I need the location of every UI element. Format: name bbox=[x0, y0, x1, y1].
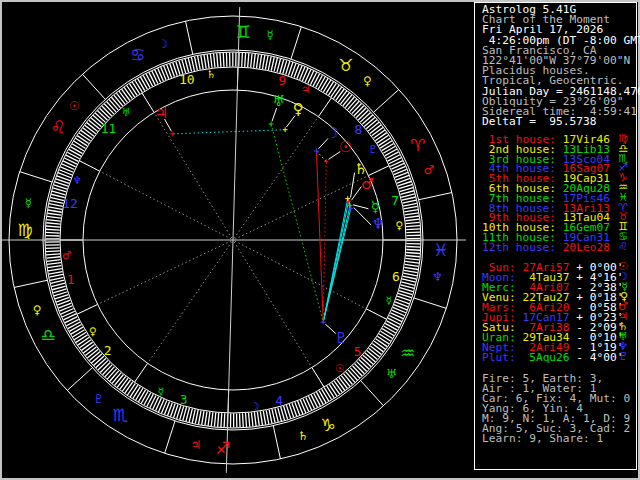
house-ruler-icon: ♀ bbox=[89, 325, 97, 337]
house-number-9: 9 bbox=[278, 73, 286, 88]
sign-glyph-gemini-icon: ♊ bbox=[235, 22, 250, 42]
aspect-line-sextile-saturn-pluto bbox=[323, 199, 348, 323]
chart-wheel: ♈♂♉♀♊☿♋☽♌☉♍☿♎♀♏♇♐♃♑♄♒♅♓♆1♂2♀3☿4☽5☉6☿7♀8♇… bbox=[0, 0, 474, 480]
planet-pointer-line bbox=[353, 205, 368, 209]
aspect-line-sextile-venus-jupiter bbox=[173, 130, 285, 134]
planet-position-mark-pluto bbox=[321, 320, 326, 325]
house-ruler-icon: ☿ bbox=[157, 385, 163, 397]
sign-boundary-line bbox=[273, 426, 280, 459]
house-number-2: 2 bbox=[104, 343, 112, 358]
house-number-6: 6 bbox=[392, 269, 400, 284]
house-ruler-icon: ☿ bbox=[386, 294, 392, 306]
planet-position-mark-saturn bbox=[345, 196, 350, 201]
sign-boundary-line bbox=[14, 280, 47, 287]
house-cusp-ray bbox=[135, 242, 232, 383]
sign-glyph-scorpio-icon: ♏ bbox=[113, 405, 128, 425]
sign-boundary-line bbox=[67, 368, 92, 391]
chart-wheel-area[interactable]: ♈♂♉♀♊☿♋☽♌☉♍☿♎♀♏♇♐♃♑♄♒♅♓♆1♂2♀3☿4☽5☉6☿7♀8♇… bbox=[0, 0, 474, 480]
house-ruler-icon: ♄ bbox=[206, 68, 215, 80]
planet-position-value: 5Aqu26 bbox=[516, 351, 570, 364]
sign-ruler-icon: ☽ bbox=[157, 37, 168, 51]
planet-pointer-line bbox=[354, 208, 371, 225]
planet-glyph-moon-icon: ☽ bbox=[326, 124, 339, 142]
astrolog-window: ♈♂♉♀♊☿♋☽♌☉♍☿♎♀♏♇♐♃♑♄♒♅♓♆1♂2♀3☿4☽5☉6☿7♀8♇… bbox=[0, 0, 640, 480]
aspect-line-square-moon-pluto bbox=[316, 151, 323, 322]
house-number-8: 8 bbox=[354, 122, 362, 137]
info-panel: Astrolog 5.41GChart of the MomentFri Apr… bbox=[474, 0, 640, 480]
house-ruler-icon: ♆ bbox=[73, 174, 82, 186]
planet-position-mark-sun bbox=[324, 159, 329, 164]
house-table-row: 12th house: 20Leo28♌ bbox=[482, 243, 636, 253]
house-cusp-ray bbox=[77, 241, 231, 314]
sign-boundary-line bbox=[419, 193, 452, 200]
house-ruler-icon: ☉ bbox=[335, 362, 344, 374]
sign-glyph-aries-icon: ♈ bbox=[410, 135, 425, 155]
house-cusp-segment bbox=[77, 304, 98, 314]
sign-ruler-icon: ☿ bbox=[25, 196, 32, 210]
sign-glyph-sagittarius-icon: ♐ bbox=[215, 438, 230, 458]
sign-ruler-icon: ☉ bbox=[69, 99, 80, 113]
sign-ruler-icon: ♀ bbox=[33, 303, 42, 317]
planet-glyph-neptune-icon: ♆ bbox=[371, 215, 384, 233]
sign-glyph-capricorn-icon: ♑ bbox=[321, 415, 336, 435]
house-cusp-segment bbox=[135, 363, 148, 382]
house-ruler-icon: ☽ bbox=[250, 400, 259, 412]
planet-glyph-venus-icon: ♀ bbox=[293, 100, 304, 118]
house-number-11: 11 bbox=[101, 121, 117, 136]
sign-boundary-line bbox=[20, 172, 52, 182]
house-label: 12th house: bbox=[482, 241, 556, 254]
house-number-5: 5 bbox=[354, 344, 362, 359]
house-ruler-icon: ♃ bbox=[301, 83, 310, 95]
house-cusp-segment bbox=[318, 98, 331, 117]
sign-ruler-icon: ♅ bbox=[386, 367, 397, 381]
house-cusp-segment bbox=[79, 161, 99, 172]
sign-boundary-line bbox=[361, 381, 384, 406]
zodiac-sign-icon: ♌ bbox=[618, 242, 628, 252]
header-line: DeltaT = 95.5738 bbox=[482, 117, 597, 127]
planet-position-mark-moon bbox=[314, 148, 319, 153]
aspect-line-trine-uranus-pluto bbox=[271, 124, 323, 322]
house-number-1: 1 bbox=[67, 272, 75, 287]
house-cusp-ray bbox=[235, 241, 387, 319]
sign-boundary-line bbox=[414, 298, 446, 308]
sign-glyph-cancer-icon: ♋ bbox=[130, 45, 145, 65]
planet-glyph-saturn-icon: ♄ bbox=[354, 160, 367, 178]
planet-position-mark-uranus bbox=[269, 122, 274, 127]
house-ruler-icon: ♅ bbox=[122, 106, 131, 118]
aspect-line-conjunction-sun-moon bbox=[316, 151, 326, 161]
planet-label: Plut: bbox=[482, 351, 516, 364]
planet-position-mark-venus bbox=[283, 127, 288, 132]
sign-ruler-icon: ♂ bbox=[423, 163, 434, 177]
sign-boundary-line bbox=[165, 421, 175, 453]
house-ruler-icon: ♀ bbox=[395, 219, 403, 231]
sign-ruler-icon: ♃ bbox=[191, 438, 202, 452]
planet-velocity: - 4°00' bbox=[570, 351, 624, 364]
planet-glyph-mercury-icon: ☿ bbox=[371, 198, 380, 216]
house-ruler-icon: ♂ bbox=[62, 249, 71, 261]
sign-boundary-line bbox=[82, 74, 105, 99]
sign-glyph-libra-icon: ♎ bbox=[40, 325, 55, 345]
house-number-4: 4 bbox=[275, 393, 283, 408]
house-number-10: 10 bbox=[179, 72, 195, 87]
sign-glyph-leo-icon: ♌ bbox=[50, 117, 65, 137]
sign-glyph-virgo-icon: ♍ bbox=[18, 220, 33, 240]
house-cusp-segment bbox=[366, 309, 386, 320]
planet-glyph-pluto-icon: ♇ bbox=[334, 329, 347, 347]
house-cusp-ray bbox=[79, 161, 231, 239]
house-cusp-segment bbox=[142, 93, 154, 113]
sign-ruler-icon: ♄ bbox=[298, 429, 309, 443]
sign-glyph-aquarius-icon: ♒ bbox=[400, 343, 415, 363]
planet-icon: ♇ bbox=[618, 352, 628, 362]
house-number-12: 12 bbox=[62, 196, 78, 211]
house-ruler-icon: ♇ bbox=[369, 143, 378, 155]
planet-glyph-jupiter-icon: ♃ bbox=[154, 104, 167, 122]
planet-glyph-sun-icon: ☉ bbox=[339, 138, 352, 156]
sign-ruler-icon: ☿ bbox=[266, 28, 273, 42]
planet-pointer-line bbox=[351, 187, 361, 201]
sign-boundary-line bbox=[291, 27, 301, 59]
house-number-3: 3 bbox=[180, 392, 188, 407]
house-cusp-value: 20Leo28 bbox=[556, 241, 610, 254]
house-cusp-segment bbox=[312, 368, 324, 388]
sign-boundary-line bbox=[374, 89, 399, 112]
sign-boundary-line bbox=[186, 21, 193, 54]
